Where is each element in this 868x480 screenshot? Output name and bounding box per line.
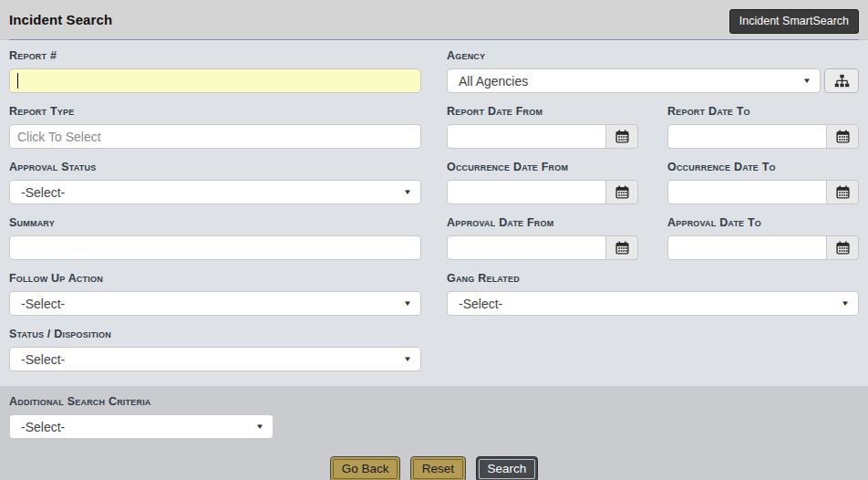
agency-hierarchy-button[interactable] xyxy=(824,68,859,93)
follow-up-action-label: Follow Up Action xyxy=(9,272,421,285)
additional-search-criteria-value: -Select- xyxy=(21,420,256,434)
status-disposition-field: Status / Disposition -Select- ▼ xyxy=(9,328,421,371)
report-date-to-label: Report Date To xyxy=(667,105,859,118)
occurrence-date-to-label: Occurrence Date To xyxy=(667,161,859,173)
report-date-fields: Report Date From xyxy=(447,105,859,149)
status-disposition-select[interactable]: -Select- ▼ xyxy=(9,347,421,371)
reset-button[interactable]: Reset xyxy=(410,456,466,480)
go-back-button[interactable]: Go Back xyxy=(330,456,401,480)
chevron-down-icon: ▼ xyxy=(841,299,850,308)
calendar-icon xyxy=(615,241,629,255)
agency-field: Agency All Agencies ▼ xyxy=(447,49,859,93)
follow-up-action-value: -Select- xyxy=(21,297,404,311)
calendar-icon xyxy=(615,185,629,199)
left-column: Report # Report Type Approval Status -Se… xyxy=(9,49,421,383)
occurrence-date-to-input[interactable] xyxy=(667,180,827,204)
report-number-label: Report # xyxy=(9,49,421,62)
status-disposition-label: Status / Disposition xyxy=(9,328,421,340)
approval-date-from-input[interactable] xyxy=(447,235,606,260)
calendar-icon xyxy=(836,241,850,255)
gang-related-field: Gang Related -Select- ▼ xyxy=(447,272,859,316)
approval-date-to-input[interactable] xyxy=(667,235,827,260)
approval-status-value: -Select- xyxy=(21,185,404,200)
approval-date-to-label: Approval Date To xyxy=(667,216,859,229)
report-type-field: Report Type xyxy=(9,105,421,149)
action-buttons: Go Back Reset Search xyxy=(9,456,859,480)
approval-date-to-calendar-button[interactable] xyxy=(826,235,859,260)
calendar-icon xyxy=(615,130,629,143)
chevron-down-icon: ▼ xyxy=(802,77,811,85)
agency-label: Agency xyxy=(447,49,859,62)
agency-value: All Agencies xyxy=(459,74,803,89)
status-disposition-value: -Select- xyxy=(21,352,404,367)
report-date-to-calendar-button[interactable] xyxy=(826,124,859,149)
agency-select[interactable]: All Agencies ▼ xyxy=(447,68,821,93)
approval-status-select[interactable]: -Select- ▼ xyxy=(9,180,421,204)
report-date-from-input[interactable] xyxy=(447,124,606,149)
occurrence-date-from-label: Occurrence Date From xyxy=(447,161,638,173)
approval-date-fields: Approval Date From xyxy=(447,216,859,260)
report-date-from-label: Report Date From xyxy=(447,105,638,118)
report-number-field: Report # xyxy=(9,49,421,93)
incident-smartsearch-button[interactable]: Incident SmartSearch xyxy=(729,9,859,34)
follow-up-action-select[interactable]: -Select- ▼ xyxy=(9,291,421,316)
chevron-down-icon: ▼ xyxy=(403,188,412,196)
gang-related-label: Gang Related xyxy=(447,272,859,285)
additional-search-criteria-select[interactable]: -Select- ▼ xyxy=(9,414,274,439)
summary-input[interactable] xyxy=(9,235,421,260)
report-number-input[interactable] xyxy=(9,68,421,93)
report-date-from-calendar-button[interactable] xyxy=(605,124,638,149)
approval-status-field: Approval Status -Select- ▼ xyxy=(9,161,421,204)
summary-label: Summary xyxy=(9,216,421,229)
calendar-icon xyxy=(836,130,850,143)
occurrence-date-from-calendar-button[interactable] xyxy=(605,180,638,204)
sitemap-icon xyxy=(834,74,850,88)
occurrence-date-to-calendar-button[interactable] xyxy=(826,180,859,204)
search-form-panel: Report # Report Type Approval Status -Se… xyxy=(0,40,868,386)
search-button[interactable]: Search xyxy=(476,456,539,480)
lower-section: Additional Search Criteria -Select- ▼ Go… xyxy=(0,386,868,480)
approval-date-from-calendar-button[interactable] xyxy=(605,235,638,260)
chevron-down-icon: ▼ xyxy=(403,355,412,363)
report-date-from-field: Report Date From xyxy=(447,105,638,149)
follow-up-action-field: Follow Up Action -Select- ▼ xyxy=(9,272,421,316)
additional-search-criteria-field: Additional Search Criteria -Select- ▼ xyxy=(9,395,859,439)
report-type-label: Report Type xyxy=(9,105,421,118)
chevron-down-icon: ▼ xyxy=(255,423,264,431)
occurrence-date-to-field: Occurrence Date To xyxy=(667,161,859,204)
text-caret xyxy=(17,73,18,89)
occurrence-date-fields: Occurrence Date From xyxy=(447,161,859,204)
calendar-icon xyxy=(836,185,850,199)
approval-date-from-label: Approval Date From xyxy=(447,216,638,229)
report-date-to-input[interactable] xyxy=(667,124,827,149)
chevron-down-icon: ▼ xyxy=(403,299,412,308)
right-column: Agency All Agencies ▼ xyxy=(447,49,859,328)
gang-related-value: -Select- xyxy=(459,297,842,311)
summary-field: Summary xyxy=(9,216,421,260)
additional-search-criteria-label: Additional Search Criteria xyxy=(9,395,859,408)
report-date-to-field: Report Date To xyxy=(667,105,859,149)
occurrence-date-from-input[interactable] xyxy=(447,180,606,204)
occurrence-date-from-field: Occurrence Date From xyxy=(447,161,638,204)
approval-status-label: Approval Status xyxy=(9,161,421,173)
approval-date-to-field: Approval Date To xyxy=(667,216,859,260)
gang-related-select[interactable]: -Select- ▼ xyxy=(447,291,859,316)
report-type-input[interactable] xyxy=(9,124,421,149)
page-header: Incident Search Incident SmartSearch xyxy=(0,0,868,39)
approval-date-from-field: Approval Date From xyxy=(447,216,638,260)
